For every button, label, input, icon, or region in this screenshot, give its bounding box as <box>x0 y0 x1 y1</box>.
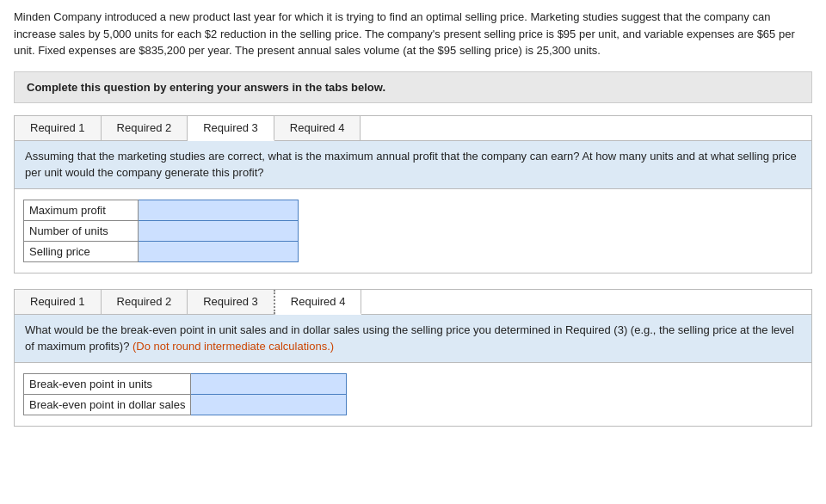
section2-question: What would be the break-even point in un… <box>15 315 811 363</box>
tab-s2-required2[interactable]: Required 2 <box>102 290 188 314</box>
tab-s2-required3[interactable]: Required 3 <box>188 290 275 314</box>
input-number-units[interactable] <box>139 220 299 241</box>
section-2: Required 1 Required 2 Required 3 Require… <box>14 289 812 427</box>
table-row: Break-even point in dollar sales <box>24 394 347 415</box>
label-number-units: Number of units <box>24 220 139 241</box>
input-breakeven-dollars-field[interactable] <box>196 397 341 412</box>
section2-note: (Do not round intermediate calculations.… <box>133 340 334 353</box>
label-maximum-profit: Maximum profit <box>24 200 139 220</box>
tab-s2-required4[interactable]: Required 4 <box>275 290 362 315</box>
table-row: Number of units <box>24 220 299 241</box>
label-breakeven-dollars: Break-even point in dollar sales <box>24 394 191 415</box>
table-row: Selling price <box>24 241 299 261</box>
tab-s1-required4[interactable]: Required 4 <box>274 116 361 140</box>
input-breakeven-dollars[interactable] <box>191 394 347 415</box>
input-maximum-profit[interactable] <box>139 200 299 220</box>
tab-s1-required2[interactable]: Required 2 <box>102 116 188 140</box>
label-breakeven-units: Break-even point in units <box>24 373 191 394</box>
section2-table: Break-even point in units Break-even poi… <box>23 373 347 415</box>
section1-answer-area: Maximum profit Number of units Selling p… <box>15 189 811 273</box>
input-selling-price-field[interactable] <box>144 244 293 259</box>
label-selling-price: Selling price <box>24 241 139 261</box>
input-maximum-profit-field[interactable] <box>144 203 293 218</box>
table-row: Maximum profit <box>24 200 299 220</box>
section1-question: Assuming that the marketing studies are … <box>15 141 811 189</box>
input-number-units-field[interactable] <box>144 224 293 238</box>
table-row: Break-even point in units <box>24 373 347 394</box>
section1-tabs: Required 1 Required 2 Required 3 Require… <box>15 116 811 141</box>
section2-tabs: Required 1 Required 2 Required 3 Require… <box>15 290 811 315</box>
tab-s1-required3[interactable]: Required 3 <box>188 116 274 141</box>
intro-text: Minden Company introduced a new product … <box>14 9 812 59</box>
input-breakeven-units[interactable] <box>191 373 347 394</box>
section1-table: Maximum profit Number of units Selling p… <box>23 200 299 262</box>
input-selling-price[interactable] <box>139 241 299 261</box>
section-1: Required 1 Required 2 Required 3 Require… <box>14 115 812 274</box>
input-breakeven-units-field[interactable] <box>196 377 341 391</box>
section2-answer-area: Break-even point in units Break-even poi… <box>15 363 811 426</box>
instruction-box: Complete this question by entering your … <box>14 71 812 103</box>
tab-s2-required1[interactable]: Required 1 <box>15 290 102 314</box>
tab-s1-required1[interactable]: Required 1 <box>15 116 102 140</box>
